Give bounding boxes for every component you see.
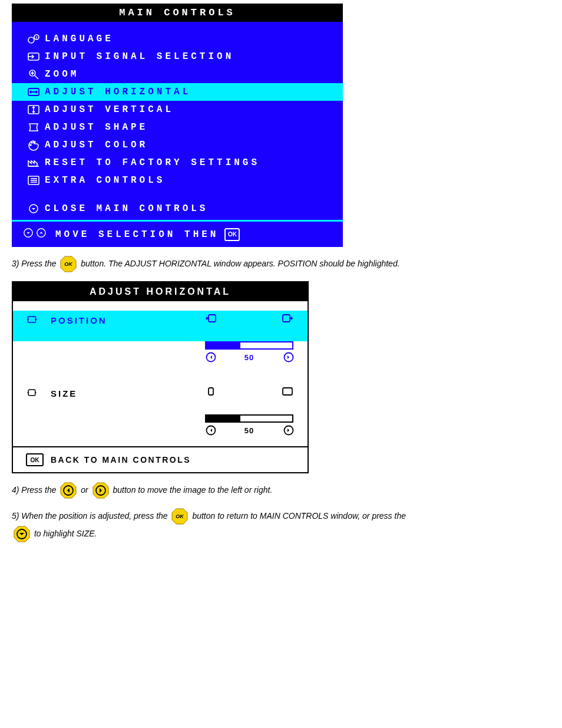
main-controls-osd: MAIN CONTROLS ? LANGUAGE INPUT SIGNAL SE… bbox=[12, 4, 343, 247]
step-5: 5) When the position is adjusted, press … bbox=[12, 508, 530, 543]
position-value: 50 bbox=[244, 353, 254, 362]
option-position-value: 50 bbox=[13, 341, 308, 370]
down-circle-icon bbox=[22, 203, 45, 215]
menu-label: EXTRA CONTROLS bbox=[45, 175, 165, 186]
option-label: POSITION bbox=[51, 313, 199, 325]
ok-icon: OK bbox=[26, 453, 44, 466]
ok-button[interactable]: OK bbox=[59, 255, 77, 273]
osd-hint-bar: MOVE SELECTION THEN OK bbox=[12, 220, 343, 247]
narrow-icon bbox=[205, 386, 217, 398]
menu-item-language[interactable]: ? LANGUAGE bbox=[12, 30, 343, 48]
svg-point-0 bbox=[28, 37, 34, 43]
menu-label: ADJUST VERTICAL bbox=[45, 104, 174, 115]
factory-icon bbox=[22, 157, 45, 169]
svg-rect-23 bbox=[209, 315, 216, 322]
menu-label: ADJUST SHAPE bbox=[45, 122, 148, 133]
osd-title: MAIN CONTROLS bbox=[12, 4, 343, 22]
left-circle-icon[interactable] bbox=[205, 425, 216, 436]
svg-text:OK: OK bbox=[176, 513, 185, 519]
svg-point-10 bbox=[30, 144, 31, 146]
menu-item-adjust-horizontal[interactable]: ADJUST HORIZONTAL bbox=[12, 83, 343, 101]
menu-label: ADJUST HORIZONTAL bbox=[45, 87, 191, 97]
left-circle-icon[interactable] bbox=[205, 352, 216, 363]
osd2-title: ADJUST HORIZONTAL bbox=[13, 282, 308, 301]
svg-point-11 bbox=[31, 142, 32, 143]
down-circle-icon bbox=[22, 228, 34, 241]
up-circle-icon bbox=[35, 228, 47, 241]
option-size[interactable]: SIZE bbox=[13, 384, 308, 414]
step-3: 3) Press the OK button. The ADJUST HORIZ… bbox=[12, 255, 530, 273]
menu-label: RESET TO FACTORY SETTINGS bbox=[45, 157, 260, 168]
position-progress bbox=[205, 341, 293, 350]
adjust-color-icon bbox=[22, 139, 45, 151]
ok-button[interactable]: OK bbox=[171, 508, 189, 525]
osd-menu: ? LANGUAGE INPUT SIGNAL SELECTION ZOOM A… bbox=[12, 22, 343, 220]
option-label: SIZE bbox=[51, 386, 199, 398]
svg-rect-29 bbox=[283, 388, 292, 395]
option-position[interactable]: POSITION bbox=[13, 311, 308, 341]
wide-icon bbox=[282, 386, 293, 398]
svg-rect-28 bbox=[209, 388, 213, 395]
zoom-icon bbox=[22, 68, 45, 80]
svg-text:?: ? bbox=[35, 36, 41, 40]
menu-item-zoom[interactable]: ZOOM bbox=[12, 65, 343, 83]
back-label: BACK TO MAIN CONTROLS bbox=[51, 455, 191, 465]
h-size-icon bbox=[26, 386, 51, 398]
list-icon bbox=[22, 174, 45, 186]
adjust-vertical-icon bbox=[22, 104, 45, 116]
hint-text: MOVE SELECTION THEN bbox=[55, 229, 219, 240]
svg-rect-24 bbox=[283, 315, 290, 322]
option-size-value: 50 bbox=[13, 414, 308, 443]
svg-point-12 bbox=[34, 141, 35, 143]
adjust-shape-icon bbox=[22, 121, 45, 133]
menu-item-input-signal[interactable]: INPUT SIGNAL SELECTION bbox=[12, 48, 343, 65]
svg-line-5 bbox=[35, 75, 38, 79]
menu-item-adjust-shape[interactable]: ADJUST SHAPE bbox=[12, 118, 343, 136]
right-circle-icon[interactable] bbox=[283, 425, 293, 436]
down-button[interactable] bbox=[13, 525, 31, 543]
menu-label: ZOOM bbox=[45, 69, 79, 80]
menu-item-factory-reset[interactable]: RESET TO FACTORY SETTINGS bbox=[12, 154, 343, 172]
shift-right-icon bbox=[282, 313, 293, 325]
language-icon: ? bbox=[22, 33, 45, 45]
shift-left-icon bbox=[205, 313, 217, 325]
menu-label: ADJUST COLOR bbox=[45, 140, 148, 150]
menu-item-adjust-color[interactable]: ADJUST COLOR bbox=[12, 136, 343, 154]
right-circle-icon[interactable] bbox=[283, 352, 293, 363]
adjust-horizontal-osd: ADJUST HORIZONTAL POSITION 50 bbox=[12, 281, 309, 473]
left-button[interactable] bbox=[59, 482, 77, 499]
input-signal-icon bbox=[22, 51, 45, 62]
menu-item-adjust-vertical[interactable]: ADJUST VERTICAL bbox=[12, 101, 343, 118]
menu-item-close[interactable]: CLOSE MAIN CONTROLS bbox=[12, 200, 343, 218]
size-progress bbox=[205, 414, 293, 423]
svg-text:OK: OK bbox=[65, 261, 74, 267]
size-value: 50 bbox=[244, 426, 254, 435]
right-button[interactable] bbox=[92, 482, 110, 499]
menu-item-extra-controls[interactable]: EXTRA CONTROLS bbox=[12, 172, 343, 189]
svg-rect-22 bbox=[28, 317, 35, 322]
adjust-horizontal-icon bbox=[22, 86, 45, 98]
osd2-back[interactable]: OK BACK TO MAIN CONTROLS bbox=[13, 446, 308, 472]
menu-label: CLOSE MAIN CONTROLS bbox=[45, 203, 208, 214]
step-4: 4) Press the or button to move the image… bbox=[12, 482, 530, 499]
h-position-icon bbox=[26, 313, 51, 325]
menu-label: INPUT SIGNAL SELECTION bbox=[45, 51, 234, 62]
menu-label: LANGUAGE bbox=[45, 34, 114, 44]
ok-icon: OK bbox=[224, 228, 240, 241]
svg-rect-27 bbox=[28, 390, 35, 396]
